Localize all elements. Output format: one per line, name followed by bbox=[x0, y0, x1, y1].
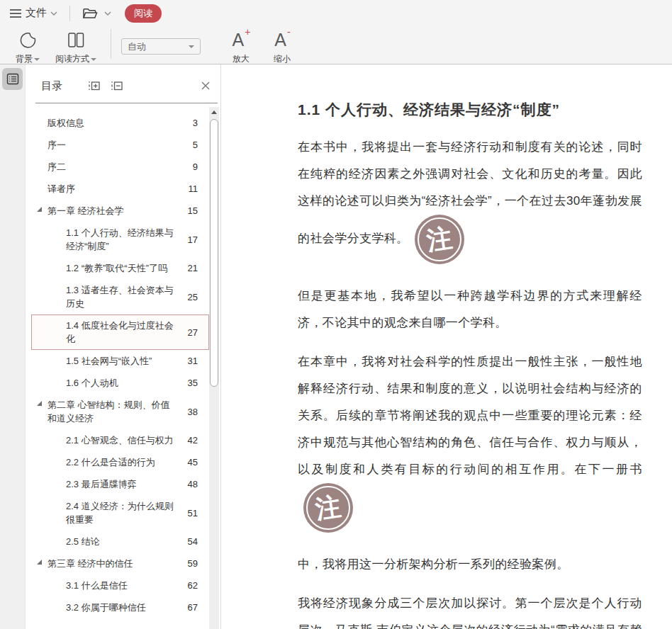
paragraph-text: 在本章中，我将对社会科学的性质提出一般性主张，一般性地解释经济行动、结果和制度的… bbox=[298, 355, 642, 476]
caret-down-icon bbox=[91, 58, 96, 61]
sidebar-scrollbar[interactable] bbox=[209, 107, 219, 629]
scrollbar-thumb[interactable] bbox=[210, 119, 218, 387]
section-heading: 1.1 个人行动、经济结果与经济“制度” bbox=[298, 100, 642, 120]
toc-item[interactable]: 1.1 个人行动、经济结果与经济“制度”17 bbox=[31, 222, 209, 257]
toc-item-label: 第二章 心智结构：规则、价值和道义经济 bbox=[47, 398, 181, 425]
toc-item[interactable]: 2.3 最后通牒博弈48 bbox=[31, 473, 209, 495]
expand-all-button[interactable] bbox=[88, 80, 101, 91]
toc-item[interactable]: 第一章 经济社会学15 bbox=[31, 200, 209, 222]
caret-down-icon bbox=[189, 45, 194, 48]
toc-list: 版权信息3序一5序二9译者序11第一章 经济社会学151.1 个人行动、经济结果… bbox=[26, 103, 220, 620]
toc-item-label: 1.5 社会网与“嵌入性” bbox=[66, 354, 181, 368]
toc-item[interactable]: 译者序11 bbox=[31, 178, 209, 200]
toc-item-label: 1.1 个人行动、经济结果与经济“制度” bbox=[66, 226, 181, 253]
toc-item-label: 3.1 什么是信任 bbox=[66, 579, 181, 592]
toc-item-label: 1.6 个人动机 bbox=[66, 376, 181, 390]
toc-item[interactable]: 3.1 什么是信任62 bbox=[31, 574, 209, 596]
close-sidebar-button[interactable] bbox=[201, 81, 211, 91]
note-seal[interactable]: 注 bbox=[415, 215, 464, 264]
toc-item[interactable]: 1.2 “教养”取代“天性”了吗21 bbox=[31, 257, 209, 279]
paragraph-text: 中，我将用这一分析架构分析一系列的经验案例。 bbox=[298, 557, 569, 571]
note-seal[interactable]: 注 bbox=[303, 483, 353, 533]
toc-item[interactable]: 3.3 信任之外69 bbox=[31, 618, 209, 620]
toc-item[interactable]: 1.4 低度社会化与过度社会化27 bbox=[31, 314, 209, 350]
toc-item[interactable]: 第三章 经济中的信任59 bbox=[31, 552, 209, 574]
zoom-in-label: 放大 bbox=[233, 53, 250, 65]
background-button[interactable]: 背景 bbox=[7, 26, 48, 65]
paragraph: 但是更基本地，我希望以一种跨越学科边界的方式来理解经济，不论其中的观念来自哪一个… bbox=[298, 283, 642, 336]
toc-item-label: 1.3 适者生存、社会资本与历史 bbox=[66, 283, 181, 310]
paragraph: 中，我将用这一分析架构分析一系列的经验案例。 bbox=[298, 551, 642, 578]
toc-item[interactable]: 3.2 你属于哪种信任67 bbox=[31, 596, 209, 618]
toc-item[interactable]: 版权信息3 bbox=[31, 112, 209, 134]
toc-item[interactable]: 序一5 bbox=[31, 134, 209, 156]
toc-item-label: 译者序 bbox=[47, 182, 181, 196]
toc-item-page: 54 bbox=[181, 535, 198, 548]
expanded-triangle-icon[interactable] bbox=[37, 207, 42, 212]
main-area: 目录 bbox=[0, 64, 672, 629]
zoom-out-button[interactable]: A- 缩小 bbox=[262, 26, 303, 65]
zoom-level-value: 自动 bbox=[128, 40, 146, 53]
toolbar-divider bbox=[111, 29, 111, 59]
toc-item-label: 第一章 经济社会学 bbox=[47, 204, 181, 217]
toc-item[interactable]: 1.5 社会网与“嵌入性”31 bbox=[31, 350, 209, 372]
background-label: 背景 bbox=[16, 53, 33, 65]
toc-title: 目录 bbox=[41, 79, 62, 93]
toc-item-page: 11 bbox=[181, 182, 198, 196]
toc-item-page: 59 bbox=[181, 557, 198, 570]
toc-item-page: 5 bbox=[181, 138, 198, 152]
toc-item[interactable]: 2.4 道义经济：为什么规则很重要51 bbox=[31, 495, 209, 531]
zoom-out-label: 缩小 bbox=[274, 53, 291, 65]
file-menu-label: 文件 bbox=[26, 6, 47, 20]
toc-item[interactable]: 1.3 适者生存、社会资本与历史25 bbox=[31, 279, 209, 314]
toc-item-page: 21 bbox=[181, 261, 198, 275]
open-file-button[interactable] bbox=[82, 6, 98, 21]
paragraph: 在本章中，我将对社会科学的性质提出一般性主张，一般性地解释经济行动、结果和制度的… bbox=[298, 348, 642, 533]
toc-item-page: 48 bbox=[181, 477, 198, 491]
two-pages-icon bbox=[66, 30, 86, 51]
chevron-down-icon bbox=[50, 9, 58, 18]
collapse-all-icon bbox=[111, 80, 123, 91]
toc-sidebar: 目录 bbox=[26, 64, 221, 629]
expanded-triangle-icon[interactable] bbox=[37, 560, 42, 565]
paragraph-text: 在本书中，我将提出一套与经济行动和制度有关的论述，同时在纯粹的经济因素之外强调对… bbox=[298, 140, 642, 245]
scrollbar-up-arrow-icon[interactable] bbox=[209, 107, 219, 118]
chevron-down-icon bbox=[103, 9, 112, 18]
open-file-dropdown-button[interactable] bbox=[103, 9, 112, 18]
note-seal-character: 注 bbox=[411, 211, 467, 267]
toc-item-page: 31 bbox=[181, 354, 198, 368]
toc-item[interactable]: 2.5 结论54 bbox=[31, 531, 209, 552]
toc-item-label: 2.3 最后通牒博弈 bbox=[66, 477, 181, 491]
toc-item-page: 17 bbox=[181, 233, 198, 246]
toolbar: 文件 阅读 背景 bbox=[0, 0, 672, 64]
paragraph-text: 我将经济现象分成三个层次加以探讨。第一个层次是个人行动层次。马克斯·韦伯定义这个… bbox=[298, 596, 642, 629]
reading-mode-button[interactable]: 阅读方式 bbox=[48, 26, 103, 65]
toc-panel-toggle-button[interactable] bbox=[2, 68, 23, 90]
expanded-triangle-icon[interactable] bbox=[37, 401, 42, 406]
collapse-all-button[interactable] bbox=[111, 80, 123, 91]
toc-item[interactable]: 2.2 什么是合适的行为45 bbox=[31, 451, 209, 473]
toc-item[interactable]: 第二章 心智结构：规则、价值和道义经济38 bbox=[31, 394, 209, 429]
zoom-in-button[interactable]: A+ 放大 bbox=[220, 26, 262, 65]
hamburger-menu-button[interactable]: 文件 bbox=[9, 6, 58, 21]
paragraph-text: 但是更基本地，我希望以一种跨越学科边界的方式来理解经济，不论其中的观念来自哪一个… bbox=[298, 289, 642, 329]
toc-item[interactable]: 1.6 个人动机35 bbox=[31, 372, 209, 394]
toc-item-page: 15 bbox=[181, 204, 198, 217]
read-mode-badge[interactable]: 阅读 bbox=[125, 4, 162, 23]
reading-mode-label: 阅读方式 bbox=[55, 53, 89, 65]
toc-item-label: 2.4 道义经济：为什么规则很重要 bbox=[66, 499, 181, 526]
toc-item-page: 38 bbox=[181, 405, 198, 419]
toc-item-page: 25 bbox=[181, 290, 198, 304]
toc-item[interactable]: 2.1 心智观念、信任与权力42 bbox=[31, 429, 209, 451]
document-page: 1.1 个人行动、经济结果与经济“制度” 在本书中，我将提出一套与经济行动和制度… bbox=[221, 64, 672, 629]
toc-item[interactable]: 序二9 bbox=[31, 156, 209, 178]
zoom-in-icon: A+ bbox=[233, 31, 250, 49]
toc-item-page: 9 bbox=[181, 160, 198, 174]
zoom-level-select[interactable]: 自动 bbox=[121, 38, 201, 55]
toc-item-page: 62 bbox=[181, 579, 198, 592]
toc-item-page: 3 bbox=[181, 116, 198, 130]
paragraph: 我将经济现象分成三个层次加以探讨。第一个层次是个人行动层次。马克斯·韦伯定义这个… bbox=[298, 590, 642, 629]
hamburger-icon bbox=[9, 6, 23, 21]
toolbar-divider bbox=[69, 6, 70, 21]
open-folder-icon bbox=[82, 6, 98, 21]
